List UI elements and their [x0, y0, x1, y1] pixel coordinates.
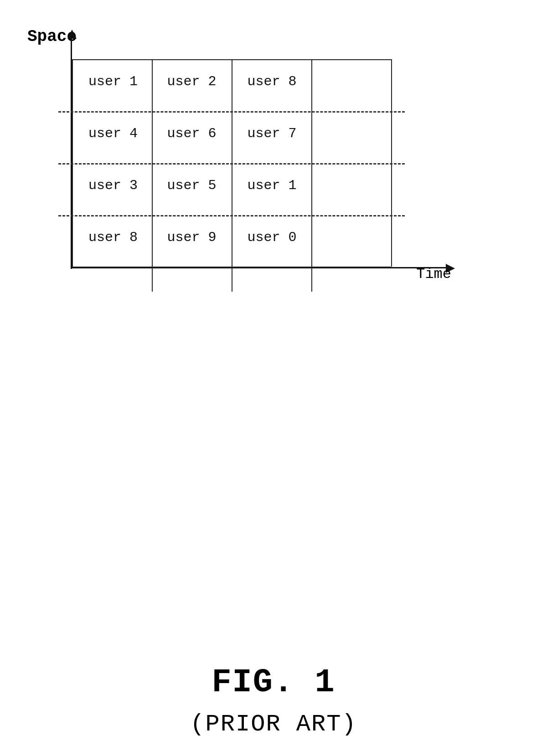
vline-3: [311, 59, 312, 292]
cell-3-2: user 0: [234, 230, 310, 245]
cell-1-0: user 4: [74, 126, 152, 141]
cell-1-1: user 6: [154, 126, 229, 141]
cell-0-2: user 8: [234, 74, 310, 89]
cell-0-0: user 1: [74, 74, 152, 89]
dashed-hline-3: [58, 215, 405, 216]
cell-2-0: user 3: [74, 178, 152, 193]
figure-title: FIG. 1: [0, 664, 547, 701]
cell-3-0: user 8: [74, 230, 152, 245]
dashed-hline-1: [58, 111, 405, 113]
vline-1: [152, 59, 153, 292]
figure-subtitle: (PRIOR ART): [0, 711, 547, 738]
page-container: Space Time: [0, 0, 547, 756]
y-axis-arrow: [67, 30, 77, 39]
vline-2: [232, 59, 232, 292]
time-axis-label: Time: [416, 266, 451, 283]
cell-3-1: user 9: [154, 230, 229, 245]
cell-1-2: user 7: [234, 126, 310, 141]
grid-container: user 1 user 2 user 8 user 4 user 6 user …: [72, 59, 391, 267]
hline-bottom: [72, 267, 391, 267]
cell-2-1: user 5: [154, 178, 229, 193]
cell-2-2: user 1: [234, 178, 310, 193]
diagram-area: Space Time: [27, 27, 460, 310]
dashed-hline-2: [58, 163, 405, 165]
hline-top: [72, 59, 391, 60]
cell-0-1: user 2: [154, 74, 229, 89]
